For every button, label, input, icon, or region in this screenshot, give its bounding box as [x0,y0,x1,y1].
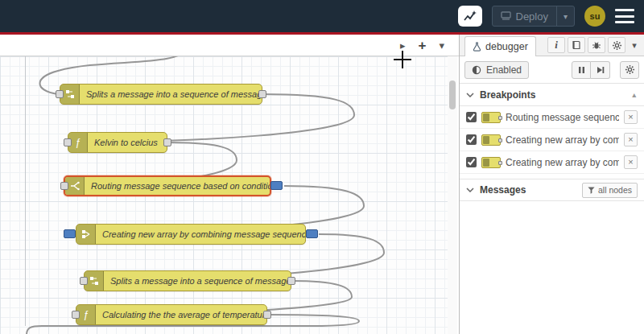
remove-breakpoint-button[interactable]: × [624,133,638,146]
sidebar-tab-icons: i ▾ [536,37,641,56]
join-icon [76,225,96,244]
crosshair-cursor [393,50,412,69]
funnel-icon [588,187,595,194]
message-filter-button[interactable]: all nodes [582,183,638,198]
deploy-icon [501,11,511,21]
toggle-icon [472,65,481,75]
node-red-app: Deploy ▾ su ▸ + ▾ [0,0,644,334]
deploy-label: Deploy [516,10,548,23]
remove-breakpoint-button[interactable]: × [624,110,638,124]
debugger-tab-icon [473,42,481,52]
breakpoint-node-icon [481,134,501,146]
messages-section-header[interactable]: Messages all nodes [460,179,644,201]
app-header: Deploy ▾ su [0,0,644,32]
flow-node-switch[interactable]: Routing message sequence based on condit… [64,175,271,196]
output-port[interactable] [263,311,271,319]
debugger-toolbar: Enabled [460,56,644,84]
hamburger-menu-icon[interactable] [615,9,634,23]
sidebar-tabs-caret[interactable]: ▾ [628,37,641,53]
debugger-settings-gear-icon[interactable] [620,61,639,79]
flow-canvas[interactable]: ▸ + ▾ [0,35,459,334]
breakpoint-marker[interactable] [270,181,283,190]
avatar[interactable]: su [584,6,605,27]
node-label: Splits a message into a sequence of mess… [80,89,262,99]
breakpoint-row[interactable]: Creating new array by combini × [460,151,644,174]
sidebar-tabbar: debugger i ▾ [460,35,644,56]
flow-node-split-2[interactable]: Splits a message into a sequence of mess… [84,270,291,291]
output-port[interactable] [287,277,295,285]
debug-bug-icon[interactable] [588,37,605,53]
flow-node-join[interactable]: Creating new array by combining message … [76,224,306,245]
main-area: ▸ + ▾ [0,35,644,334]
breakpoint-row[interactable]: Creating new array by combini × [460,129,644,151]
messages-title: Messages [480,184,526,196]
deploy-button[interactable]: Deploy ▾ [492,6,576,27]
input-port[interactable] [72,311,80,319]
chart-sparkle-icon[interactable] [458,6,482,27]
breakpoint-label: Routing message sequence ba [506,112,619,123]
breakpoint-node-icon [481,112,501,123]
info-tab-icon[interactable]: i [547,37,565,53]
breakpoint-checkbox[interactable] [466,134,477,145]
messages-empty-area [460,201,644,334]
tab-debugger[interactable]: debugger [464,36,536,56]
input-port[interactable] [56,90,64,98]
flow-list-button[interactable]: ▾ [439,40,444,51]
node-label: Routing message sequence based on condit… [85,181,270,191]
node-label: Kelvin to celcius [88,138,164,147]
enabled-label: Enabled [486,64,522,76]
flow-node-function-2[interactable]: ƒ Calculating the the average of tempera… [76,304,267,325]
input-port[interactable] [64,138,72,146]
node-label: Calculating the the average of temperatu… [96,310,266,320]
add-flow-button[interactable]: + [419,39,427,52]
output-port[interactable] [258,90,266,98]
node-label: Splits a message into a sequence of mess… [104,276,291,286]
output-port[interactable] [163,138,171,146]
workspace-grid[interactable]: Splits a message into a sequence of mess… [0,56,448,334]
collapse-up-icon[interactable]: ▴ [630,91,638,99]
enabled-toggle[interactable]: Enabled [464,61,529,79]
breakpoint-label: Creating new array by combini [506,134,619,146]
help-book-icon[interactable] [568,37,585,53]
step-button[interactable] [591,61,610,79]
chevron-down-icon [466,188,474,192]
breakpoints-title: Breakpoints [480,89,535,101]
breakpoint-row[interactable]: Routing message sequence ba × [460,106,644,129]
deploy-options-caret[interactable]: ▾ [556,6,574,26]
flow-node-function-1[interactable]: ƒ Kelvin to celcius [68,132,167,153]
scrollbar-thumb[interactable] [449,80,456,109]
breakpoint-node-icon [481,157,501,168]
node-label: Creating new array by combining message … [96,229,305,239]
tab-label: debugger [485,41,528,52]
workspace-tabbar: ▸ + ▾ [0,35,459,56]
breakpoint-marker[interactable] [306,229,318,238]
pause-button[interactable] [572,61,591,79]
play-button[interactable]: ▸ [400,40,406,51]
breakpoint-label: Creating new array by combini [506,157,619,168]
config-gear-icon[interactable] [608,37,625,53]
remove-breakpoint-button[interactable]: × [624,155,638,169]
flow-node-split-1[interactable]: Splits a message into a sequence of mess… [60,84,262,105]
playback-controls [572,61,610,79]
chevron-down-icon [466,93,474,97]
sidebar: debugger i ▾ [459,35,644,334]
input-port[interactable] [80,277,88,285]
input-port[interactable] [60,182,68,190]
breakpoint-checkbox[interactable] [466,112,477,122]
breakpoints-section-header[interactable]: Breakpoints ▴ [460,84,644,106]
canvas-vertical-scrollbar[interactable] [448,56,457,334]
breakpoint-checkbox[interactable] [466,157,477,167]
breakpoint-marker[interactable] [64,229,76,238]
